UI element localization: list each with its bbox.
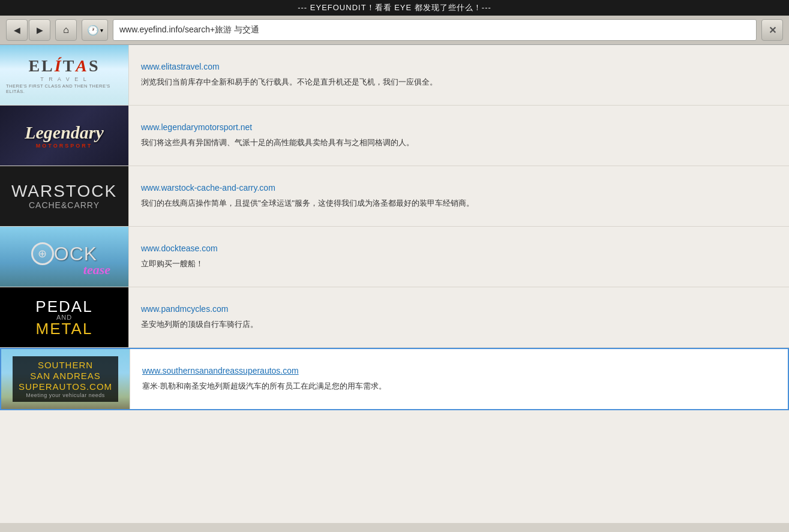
southernautos-content: www.southernsanandreassuperautos.com 塞米·… (130, 349, 788, 409)
docktease-content: www.docktease.com 立即购买一艘船！ (129, 227, 789, 287)
nav-buttons: ◀ ▶ (6, 19, 50, 41)
docktease-url[interactable]: www.docktease.com (141, 244, 777, 253)
pandm-logo: PEDAL AND METAL (0, 287, 129, 347)
legendary-desc: 我们将这些具有异国情调、气派十足的高性能载具卖给具有与之相同格调的人。 (141, 137, 777, 149)
elitas-desc: 浏览我们当前库存中全新和易手的飞行载具。不论是直升机还是飞机，我们一应俱全。 (141, 76, 777, 88)
warstock-url[interactable]: www.warstock-cache-and-carry.com (141, 183, 777, 193)
pandm-content: www.pandmcycles.com 圣安地列斯的顶级自行车骑行店。 (129, 287, 789, 347)
legendary-url[interactable]: www.legendarymotorsport.net (141, 122, 777, 132)
result-warstock[interactable]: WARSTOCK CACHE&CARRY www.warstock-cache-… (0, 166, 789, 227)
docktease-logo: ⊕ OCK tease (0, 227, 129, 287)
pandm-url[interactable]: www.pandmcycles.com (141, 304, 777, 314)
elitas-url[interactable]: www.elitastravel.com (141, 62, 777, 71)
result-docktease[interactable]: ⊕ OCK tease www.docktease.com 立即购买一艘船！ (0, 227, 789, 287)
result-southernautos[interactable]: SOUTHERNSAN ANDREASSUPERAUTOS.COM Meetin… (0, 348, 789, 410)
forward-button[interactable]: ▶ (29, 19, 50, 41)
history-button[interactable]: 🕐 ▾ (82, 19, 108, 41)
url-input[interactable] (113, 19, 757, 41)
warstock-desc: 我们的在线商店操作简单，且提供"全球运送"服务，这使得我们成为洛圣都最好的装甲车… (141, 197, 777, 209)
result-elitas[interactable]: ELÍTAS T R A V E L THERE'S FIRST CLASS A… (0, 45, 789, 106)
title-bar: --- EYEFOUNDIT！看看 EYE 都发现了些什么！--- (0, 0, 789, 16)
elitas-logo: ELÍTAS T R A V E L THERE'S FIRST CLASS A… (0, 45, 129, 105)
result-pandm[interactable]: PEDAL AND METAL www.pandmcycles.com 圣安地列… (0, 287, 789, 348)
warstock-logo: WARSTOCK CACHE&CARRY (0, 166, 129, 226)
legendary-logo: Legendary MOTORSPORT (0, 106, 129, 166)
elitas-content: www.elitastravel.com 浏览我们当前库存中全新和易手的飞行载具… (129, 45, 789, 105)
result-legendary[interactable]: Legendary MOTORSPORT www.legendarymotors… (0, 106, 789, 166)
title-text: --- EYEFOUNDIT！看看 EYE 都发现了些什么！--- (298, 3, 491, 12)
legendary-content: www.legendarymotorsport.net 我们将这些具有异国情调、… (129, 106, 789, 166)
warstock-content: www.warstock-cache-and-carry.com 我们的在线商店… (129, 166, 789, 226)
dock-symbol-icon: ⊕ (31, 242, 54, 265)
close-button[interactable]: ✕ (761, 19, 783, 41)
southern-logo: SOUTHERNSAN ANDREASSUPERAUTOS.COM Meetin… (1, 349, 130, 409)
pandm-desc: 圣安地列斯的顶级自行车骑行店。 (141, 318, 777, 330)
results-container: ELÍTAS T R A V E L THERE'S FIRST CLASS A… (0, 45, 789, 523)
southernautos-url[interactable]: www.southernsanandreassuperautos.com (142, 366, 776, 375)
southernautos-desc: 塞米·凯勒和南圣安地列斯超级汽车的所有员工在此满足您的用车需求。 (142, 380, 776, 392)
tease-text: tease (83, 262, 110, 278)
browser-toolbar: ◀ ▶ ⌂ 🕐 ▾ ✕ (0, 16, 789, 45)
docktease-desc: 立即购买一艘船！ (141, 258, 777, 270)
home-button[interactable]: ⌂ (55, 19, 77, 41)
back-button[interactable]: ◀ (6, 19, 28, 41)
